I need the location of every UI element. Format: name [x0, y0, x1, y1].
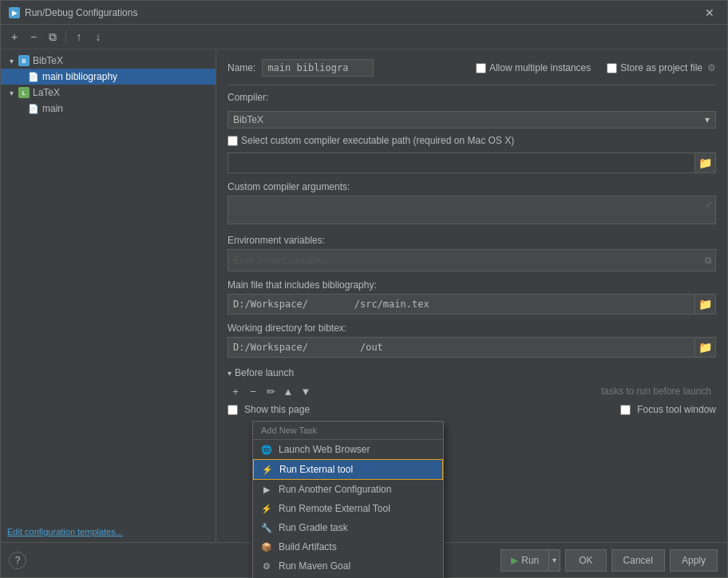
toolbar: + − ⧉ ↑ ↓	[1, 25, 727, 49]
compiler-args-label: Custom compiler arguments:	[228, 181, 716, 192]
run-debug-dialog: ▶ Run/Debug Configurations ✕ + − ⧉ ↑ ↓ ▾	[0, 0, 728, 578]
working-dir-input[interactable]	[228, 337, 695, 358]
focus-tool-label: Focus tool window	[637, 404, 716, 415]
run-gradle-icon: 🔧	[261, 522, 272, 533]
run-icon: ▶	[511, 555, 518, 566]
build-artifacts-label: Build Artifacts	[279, 541, 337, 552]
toolbar-separator	[65, 30, 66, 43]
focus-tool-checkbox[interactable]	[620, 405, 631, 415]
compiler-select-wrapper: BibTeX Biber	[228, 111, 716, 129]
dropdown-header: Add New Task	[253, 422, 443, 440]
remove-config-button[interactable]: −	[25, 28, 42, 46]
run-another-icon: ▶	[261, 484, 272, 495]
before-launch-tasks-text: tasks to run before launch	[601, 386, 711, 397]
store-as-project-label: Store as project file	[620, 62, 702, 73]
env-vars-field[interactable]: Environment variables ⧉	[228, 249, 716, 271]
env-copy-btn[interactable]: ⧉	[705, 255, 712, 266]
name-input[interactable]	[262, 59, 374, 77]
tree-item-main-latex[interactable]: ▾ 📄 main	[1, 101, 216, 117]
tree-group-bibtex[interactable]: ▾ B BibTeX	[1, 53, 216, 69]
main-latex-icon: 📄	[28, 103, 39, 114]
dropdown-item-launch-browser[interactable]: 🌐 Launch Web Browser	[253, 440, 443, 459]
dialog-icon: ▶	[9, 7, 20, 18]
custom-compiler-browse-btn[interactable]: 📁	[695, 152, 716, 173]
move-down-button[interactable]: ↓	[89, 28, 107, 46]
tree-group-latex[interactable]: ▾ L LaTeX	[1, 85, 216, 101]
close-button[interactable]: ✕	[700, 5, 719, 21]
compiler-args-input[interactable]	[228, 196, 716, 224]
main-file-label: Main file that includes bibliography:	[228, 279, 716, 291]
ok-button[interactable]: OK	[565, 549, 606, 572]
edit-templates-link[interactable]: Edit configuration templates...	[7, 526, 123, 537]
dialog-title: Run/Debug Configurations	[25, 7, 137, 18]
before-up-button[interactable]: ▲	[280, 383, 296, 399]
working-dir-row: 📁	[228, 337, 716, 358]
title-bar: ▶ Run/Debug Configurations ✕	[1, 1, 727, 25]
compiler-row: Compiler:	[228, 92, 716, 103]
run-remote-icon: ⚡	[261, 503, 272, 514]
main-bibliography-icon: 📄	[28, 71, 39, 82]
dropdown-item-run-another[interactable]: ▶ Run Another Configuration	[253, 480, 443, 499]
apply-button[interactable]: Apply	[670, 549, 718, 572]
custom-compiler-checkbox[interactable]	[228, 136, 238, 146]
copy-config-button[interactable]: ⧉	[44, 28, 61, 46]
custom-compiler-path-row: 📁	[228, 152, 716, 173]
before-down-button[interactable]: ▼	[298, 383, 314, 399]
show-tool-row: Show this page Focus tool window	[228, 404, 716, 415]
store-as-project-checkbox[interactable]	[607, 63, 617, 73]
custom-compiler-path-input[interactable]	[228, 152, 695, 173]
before-launch-header: ▾ Before launch	[228, 367, 716, 378]
compiler-select[interactable]: BibTeX Biber	[228, 111, 716, 129]
run-label: Run	[521, 555, 539, 566]
compiler-args-expand-icon: ⤢	[705, 199, 713, 210]
compiler-select-container: BibTeX Biber	[228, 111, 716, 129]
run-another-label: Run Another Configuration	[279, 484, 391, 495]
custom-compiler-row: Select custom compiler executable path (…	[228, 135, 716, 146]
dropdown-item-build-artifacts[interactable]: 📦 Build Artifacts	[253, 537, 443, 556]
launch-browser-icon: 🌐	[261, 444, 272, 455]
show-console-label: Show this page	[244, 404, 310, 415]
run-button[interactable]: ▶ Run	[500, 549, 549, 572]
allow-multiple-checkbox[interactable]	[476, 63, 486, 73]
add-config-button[interactable]: +	[6, 28, 23, 46]
left-panel: ▾ B BibTeX ▾ 📄 main bibliography ▾ L LaT…	[1, 49, 216, 542]
before-edit-button[interactable]: ✏	[263, 383, 279, 399]
store-as-project-icon: ⚙	[707, 62, 716, 73]
run-maven-icon: ⚙	[261, 560, 272, 572]
before-launch-arrow[interactable]: ▾	[228, 369, 231, 378]
divider-1	[228, 85, 716, 85]
dropdown-item-run-external[interactable]: ⚡ Run External tool	[253, 459, 443, 480]
before-add-button[interactable]: +	[228, 383, 243, 399]
working-dir-label: Working directory for bibtex:	[228, 323, 716, 334]
tree-item-main-bibliography[interactable]: ▾ 📄 main bibliography	[1, 69, 216, 85]
before-launch-section: ▾ Before launch + − ✏ ▲ ▼ tasks to run b…	[228, 367, 716, 415]
help-icon: ?	[15, 555, 21, 566]
env-vars-label: Environment variables:	[228, 235, 716, 246]
working-dir-browse-btn[interactable]: 📁	[695, 337, 716, 358]
cancel-button[interactable]: Cancel	[611, 549, 665, 572]
main-file-input[interactable]	[228, 294, 695, 315]
show-console-checkbox[interactable]	[228, 405, 238, 415]
before-launch-toolbar: + − ✏ ▲ ▼ tasks to run before launch	[228, 383, 716, 399]
run-btn-group: ▶ Run ▾	[500, 549, 560, 572]
before-remove-button[interactable]: −	[245, 383, 261, 399]
dropdown-item-run-maven[interactable]: ⚙ Run Maven Goal	[253, 556, 443, 576]
run-gradle-label: Run Gradle task	[279, 522, 348, 533]
main-file-row: 📁	[228, 294, 716, 315]
title-bar-left: ▶ Run/Debug Configurations	[9, 7, 137, 18]
dropdown-item-run-gradle[interactable]: 🔧 Run Gradle task	[253, 518, 443, 537]
latex-group-icon: L	[18, 87, 30, 98]
move-up-button[interactable]: ↑	[70, 28, 88, 46]
build-artifacts-icon: 📦	[261, 541, 272, 552]
allow-multiple-label: Allow multiple instances	[489, 62, 591, 73]
latex-arrow: ▾	[7, 89, 15, 97]
dropdown-menu: Add New Task 🌐 Launch Web Browser ⚡ Run …	[252, 421, 444, 578]
help-button[interactable]: ?	[9, 552, 26, 569]
main-file-browse-btn[interactable]: 📁	[695, 294, 716, 315]
run-dropdown-button[interactable]: ▾	[549, 549, 560, 572]
dropdown-item-run-remote[interactable]: ⚡ Run Remote External Tool	[253, 499, 443, 518]
main-latex-label: main	[42, 103, 63, 114]
run-external-icon: ⚡	[262, 464, 273, 475]
env-placeholder: Environment variables	[233, 255, 328, 266]
bibtex-group-label: BibTeX	[33, 55, 63, 66]
